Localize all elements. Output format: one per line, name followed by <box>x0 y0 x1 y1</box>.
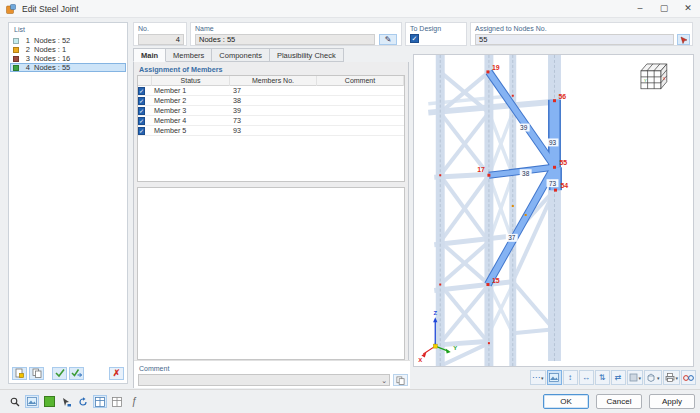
header-status: Status <box>152 76 230 86</box>
pick-nodes-button[interactable] <box>677 34 690 45</box>
assigned-nodes-field[interactable]: 55 <box>475 34 674 45</box>
close-button[interactable]: ✕ <box>676 0 700 17</box>
delete-joint-button[interactable]: ✗ <box>109 367 124 380</box>
member-status: Member 2 <box>152 96 230 105</box>
refresh-icon[interactable] <box>76 395 90 408</box>
chevron-down-icon[interactable]: ⌄ <box>381 375 387 386</box>
tab-bar: Main Members Components Plausibility Che… <box>133 48 344 62</box>
member-checkbox[interactable]: ✓ <box>138 107 145 115</box>
fit-all-button[interactable]: ⇄ <box>611 370 626 385</box>
x-axis-label: X <box>418 357 422 363</box>
assigned-nodes-group: Assigned to Nodes No. 55 <box>470 22 693 46</box>
member-label: 39 <box>520 124 528 131</box>
node-label: 56 <box>558 93 566 100</box>
model-viewport[interactable]: 39 93 38 73 37 19 56 55 17 54 15 Z <box>413 54 694 367</box>
rendered-view-button[interactable] <box>547 370 562 385</box>
to-design-checkbox[interactable]: ✓ <box>410 34 419 43</box>
table-row[interactable]: ✓ Member 2 38 <box>138 96 404 106</box>
node-label: 19 <box>492 64 500 71</box>
select-pointer-icon[interactable] <box>59 395 73 408</box>
table-edit-icon[interactable] <box>110 395 124 408</box>
cancel-button[interactable]: Cancel <box>596 394 642 409</box>
member-checkbox[interactable]: ✓ <box>138 117 145 125</box>
member-number: 39 <box>230 106 317 115</box>
caret-icon: ▾ <box>676 375 679 381</box>
table-row[interactable]: ✓ Member 3 39 <box>138 106 404 116</box>
table-header-row: Status Members No. Comment <box>138 76 404 86</box>
ok-button[interactable]: OK <box>543 394 589 409</box>
caret-icon: ▾ <box>657 375 660 381</box>
member-label: 38 <box>522 170 530 177</box>
name-field[interactable]: Nodes : 55 <box>195 34 375 45</box>
list-item-selected[interactable]: 4 Nodes : 55 <box>10 63 126 72</box>
view-direction-button[interactable]: ▾ <box>644 370 662 385</box>
list-item[interactable]: 3 Nodes : 16 <box>10 54 126 63</box>
member-number: 73 <box>230 116 317 125</box>
print-button[interactable]: ▾ <box>663 370 681 385</box>
tab-components[interactable]: Components <box>212 48 270 62</box>
assignment-of-members-title: Assignment of Members <box>139 65 222 74</box>
color-swatch <box>13 47 19 53</box>
list-item[interactable]: 2 Nodes : 1 <box>10 45 126 54</box>
check-joint-button[interactable] <box>52 367 67 380</box>
color-swatch[interactable] <box>42 395 56 408</box>
copy-comment-button[interactable] <box>393 374 408 386</box>
member-checkbox[interactable]: ✓ <box>138 127 145 135</box>
fit-width-button[interactable]: ↔ <box>579 370 594 385</box>
clipping-box-button[interactable]: ▾ <box>627 370 644 385</box>
window-title: Edit Steel Joint <box>22 4 79 14</box>
color-swatch <box>13 65 19 71</box>
caret-icon: ▾ <box>541 375 544 381</box>
comment-combobox[interactable]: ⌄ <box>138 374 390 386</box>
apply-button[interactable]: Apply <box>649 394 695 409</box>
list-toolbar: ✗ <box>12 366 124 380</box>
list-item[interactable]: 1 Nodes : 52 <box>10 36 126 45</box>
viewport-toolbar: ⋯▾ ↕ ↔ ⇅ ⇄ ▾ ▾ ▾ <box>530 369 696 386</box>
function-icon[interactable]: ƒ <box>127 395 141 408</box>
edit-name-button[interactable]: ✎ <box>379 34 397 45</box>
member-status: Member 1 <box>152 86 230 95</box>
member-label: 93 <box>549 139 557 146</box>
dots-icon: ⋯ <box>532 373 540 382</box>
node-label: 54 <box>560 182 568 189</box>
table-view-icon[interactable] <box>93 395 107 408</box>
list-item-label: Nodes : 55 <box>34 63 70 72</box>
list-item-number: 4 <box>22 63 30 72</box>
title-bar: Edit Steel Joint – ▢ ✕ <box>0 0 700 18</box>
list-item-label: Nodes : 52 <box>34 36 70 45</box>
find-icon[interactable] <box>8 395 22 408</box>
member-checkbox[interactable]: ✓ <box>138 87 145 95</box>
member-number: 38 <box>230 96 317 105</box>
copy-joint-button[interactable] <box>29 367 44 380</box>
table-row[interactable]: ✓ Member 4 73 <box>138 116 404 126</box>
table-row[interactable]: ✓ Member 1 37 <box>138 86 404 96</box>
member-label: 73 <box>549 180 557 187</box>
stereo-view-button[interactable] <box>681 370 696 385</box>
svg-text:X: X <box>663 76 666 81</box>
maximize-button[interactable]: ▢ <box>652 0 676 17</box>
color-swatch <box>13 56 19 62</box>
minimize-button[interactable]: – <box>628 0 652 17</box>
dialog-footer: ƒ OK Cancel Apply <box>0 389 700 413</box>
fit-vertical-button[interactable]: ⇅ <box>595 370 610 385</box>
number-group: No. 4 <box>133 22 187 46</box>
list-item-label: Nodes : 1 <box>34 45 66 54</box>
name-group: Name Nodes : 55 ✎ <box>190 22 402 46</box>
new-joint-button[interactable] <box>12 367 27 380</box>
table-row[interactable]: ✓ Member 5 93 <box>138 126 404 136</box>
navigation-cube[interactable]: Y X <box>641 64 667 89</box>
tab-plausibility-check[interactable]: Plausibility Check <box>270 48 344 62</box>
tab-members[interactable]: Members <box>166 48 212 62</box>
header-comment: Comment <box>317 76 404 86</box>
members-table: Status Members No. Comment ✓ Member 1 37… <box>137 75 405 182</box>
fit-height-button[interactable]: ↕ <box>563 370 578 385</box>
rendering-mode-icon[interactable] <box>25 395 39 408</box>
tab-main[interactable]: Main <box>133 48 166 62</box>
display-options-button[interactable]: ⋯▾ <box>530 370 546 385</box>
list-item-label: Nodes : 16 <box>34 54 70 63</box>
edit-steel-joint-dialog: Edit Steel Joint – ▢ ✕ List 1 Nodes : 52… <box>0 0 700 413</box>
member-checkbox[interactable]: ✓ <box>138 97 145 105</box>
details-panel <box>137 187 405 360</box>
check-all-joints-button[interactable] <box>69 367 84 380</box>
list-item-number: 3 <box>22 54 30 63</box>
